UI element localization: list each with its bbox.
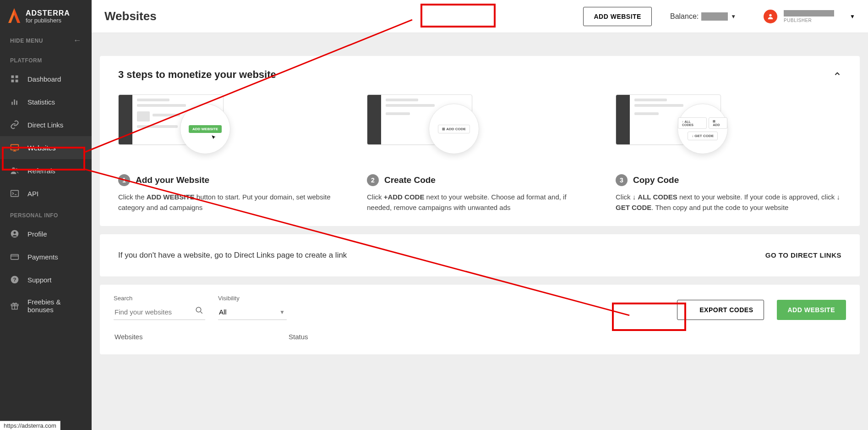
illus-add-pill: ⊞ ADD [709,117,727,129]
table-header: Websites Status [114,333,846,341]
balance-label: Balance: [670,12,699,21]
sidebar-item-websites[interactable]: Websites [0,136,92,159]
step-number: 2 [367,174,379,186]
link-icon [10,120,19,129]
illus-get-code-pill: ↓ GET CODE [688,132,718,140]
sidebar-item-label: Referrals [27,167,55,175]
direct-links-text: If you don't have a website, go to Direc… [118,251,347,260]
svg-rect-6 [16,101,17,105]
svg-rect-1 [16,76,18,78]
user-menu[interactable]: PUBLISHER ▼ [764,10,855,23]
visibility-value: All [218,304,287,320]
gift-icon [10,301,19,310]
logo[interactable]: ADSTERRA for publishers [0,0,92,31]
monitor-icon [10,143,19,152]
svg-rect-5 [14,99,15,105]
search-label: Search [114,295,205,302]
svg-point-8 [12,167,15,171]
step-title: Add your Website [136,175,209,185]
hide-menu-label: HIDE MENU [10,38,43,44]
sidebar-item-api[interactable]: API [0,182,92,205]
svg-point-12 [14,232,16,234]
username-redacted [784,10,834,17]
add-website-button-top[interactable]: ADD WEBSITE [583,7,652,26]
svg-text:?: ? [13,276,16,282]
hide-menu-toggle[interactable]: HIDE MENU ← [0,31,92,50]
export-codes-label: EXPORT CODES [699,306,753,314]
download-icon [688,306,695,314]
sidebar-item-label: Websites [27,144,55,152]
sidebar-item-direct-links[interactable]: Direct Links [0,113,92,136]
section-label-platform: PLATFORM [0,50,92,67]
sidebar-item-label: API [27,190,38,198]
terminal-icon [10,189,19,198]
sidebar-item-support[interactable]: ? Support [0,268,92,291]
balance-value-redacted [701,12,728,21]
step-description: Click +ADD CODE next to your website. Ch… [367,192,593,213]
search-icon[interactable] [195,306,203,316]
users-icon [10,166,19,175]
sidebar-item-statistics[interactable]: Statistics [0,90,92,113]
sidebar-item-label: Support [27,276,52,284]
illus-add-website-pill: ADD WEBSITE [189,125,222,133]
status-bar-url: https://adsterra.com [0,421,60,430]
sidebar-item-label: Statistics [27,98,55,106]
section-label-personal: PERSONAL INFO [0,205,92,222]
arrow-left-icon: ← [73,36,82,45]
step-description: Click the ADD WEBSITE button to start. P… [118,192,344,213]
steps-card-title: 3 steps to monetize your website [118,69,276,81]
brand-name: ADSTERRA [26,9,70,17]
step-1-illustration: ADD WEBSITE [118,94,224,163]
table-header-websites: Websites [115,333,289,341]
svg-rect-2 [11,80,14,83]
chevron-up-icon [833,70,841,78]
user-role: PUBLISHER [784,18,834,23]
illus-add-code-pill: ⊞ ADD CODE [438,125,470,133]
sidebar-item-payments[interactable]: Payments [0,245,92,268]
steps-card: 3 steps to monetize your website ADD WEB… [100,56,860,226]
sidebar-item-freebies[interactable]: Freebies & bonuses [0,291,92,320]
step-3: ↑ ALL CODES⊞ ADD ↓ GET CODE 3Copy Code C… [616,94,841,213]
logo-icon [7,8,21,25]
step-number: 1 [118,174,130,186]
step-2: ⊞ ADD CODE 2Create Code Click +ADD CODE … [367,94,593,213]
step-number: 3 [616,174,628,186]
svg-rect-0 [11,76,14,78]
brand-tagline: for publishers [26,17,70,24]
sidebar-item-profile[interactable]: Profile [0,222,92,245]
step-1: ADD WEBSITE 1Add your Website Click the … [118,94,344,213]
direct-links-card: If you don't have a website, go to Direc… [100,234,860,276]
main-content: Websites ADD WEBSITE Balance: ▼ PUBLISHE… [92,0,868,430]
profile-icon [10,229,19,238]
card-icon [10,252,19,261]
sidebar-item-label: Dashboard [27,75,61,83]
svg-point-19 [196,307,201,312]
statistics-icon [10,97,19,106]
sidebar-item-label: Freebies & bonuses [27,298,82,314]
sidebar-item-dashboard[interactable]: Dashboard [0,67,92,90]
svg-rect-7 [11,144,19,150]
chevron-down-icon: ▼ [850,13,855,20]
step-description: Click ↓ ALL CODES next to your website. … [616,192,841,213]
go-to-direct-links-button[interactable]: GO TO DIRECT LINKS [765,251,841,259]
collapse-toggle[interactable] [833,70,841,80]
add-website-button-green[interactable]: ADD WEBSITE [777,300,846,320]
svg-rect-10 [11,190,19,196]
step-3-illustration: ↑ ALL CODES⊞ ADD ↓ GET CODE [616,94,721,163]
table-header-status: Status [289,333,308,341]
visibility-select[interactable]: All ▼ [218,304,287,320]
sidebar-item-label: Direct Links [27,121,63,129]
chevron-down-icon: ▼ [279,309,285,315]
balance-dropdown[interactable]: Balance: ▼ [670,12,736,21]
export-codes-button[interactable]: EXPORT CODES [677,300,764,320]
svg-point-9 [16,168,18,171]
sidebar: ADSTERRA for publishers HIDE MENU ← PLAT… [0,0,92,430]
step-title: Create Code [384,175,436,185]
avatar [764,10,777,23]
illus-all-codes-pill: ↑ ALL CODES [678,117,707,129]
svg-rect-13 [11,254,19,259]
websites-table-card: Search Visibility All ▼ [100,285,860,354]
svg-point-18 [769,14,771,16]
sidebar-item-referrals[interactable]: Referrals [0,159,92,182]
search-input[interactable] [114,304,205,320]
